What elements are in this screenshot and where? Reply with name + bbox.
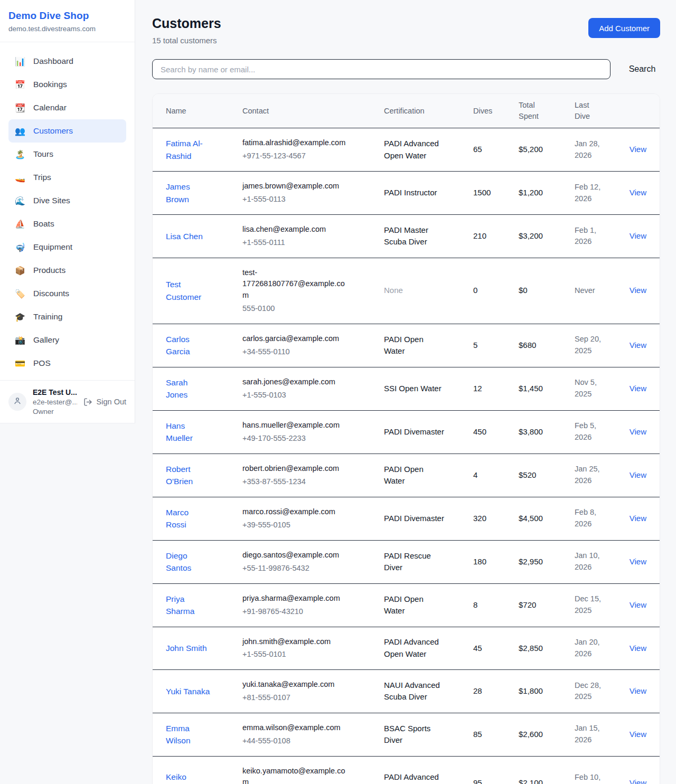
main-content: Customers 15 total customers Add Custome… — [135, 0, 676, 784]
customer-last-dive: Nov 5, 2025 — [561, 367, 612, 410]
customer-email: john.smith@example.com — [242, 636, 350, 648]
table-row: Yuki Tanaka yuki.tanaka@example.com +81-… — [153, 670, 660, 713]
nav-icon: 🤿 — [15, 242, 25, 252]
customer-last-dive: Jan 28, 2026 — [561, 128, 612, 172]
customer-certification: None — [371, 258, 460, 324]
customer-total-spent: $4,500 — [505, 497, 561, 540]
search-input[interactable] — [152, 59, 611, 79]
table-row: Test Customer test-1772681807767@example… — [153, 258, 660, 324]
customer-name-link[interactable]: Marco Rossi — [166, 508, 189, 530]
customer-total-spent: $2,950 — [505, 540, 561, 583]
customer-certification: PADI Divemaster — [371, 497, 460, 540]
sidebar-item-pos[interactable]: 💳 POS — [8, 352, 126, 375]
customer-phone: +1-555-0113 — [242, 194, 350, 205]
sidebar-item-products[interactable]: 📦 Products — [8, 259, 126, 282]
customer-dives: 5 — [460, 324, 505, 367]
customer-certification: SSI Open Water — [371, 367, 460, 410]
sidebar-item-label: Dashboard — [33, 56, 73, 66]
sidebar-item-equipment[interactable]: 🤿 Equipment — [8, 235, 126, 259]
customer-name-link[interactable]: Yuki Tanaka — [166, 687, 210, 696]
customer-phone: +49-170-555-2233 — [242, 433, 350, 445]
sidebar-item-trips[interactable]: 🚤 Trips — [8, 166, 126, 189]
customer-name-link[interactable]: Keiko Yamamoto — [166, 772, 205, 784]
customer-last-dive: Sep 20, 2025 — [561, 324, 612, 367]
customer-name-link[interactable]: Hans Mueller — [166, 421, 193, 443]
page-title: Customers — [152, 16, 221, 31]
customer-name-link[interactable]: Diego Santos — [166, 551, 191, 573]
view-link[interactable]: View — [630, 686, 646, 695]
search-button[interactable]: Search — [624, 64, 660, 74]
customer-last-dive: Dec 15, 2025 — [561, 583, 612, 627]
sidebar-item-dive-sites[interactable]: 🌊 Dive Sites — [8, 189, 126, 212]
nav-icon: 🚤 — [15, 173, 25, 183]
sign-out-button[interactable]: Sign Out — [83, 398, 126, 407]
customer-name-link[interactable]: James Brown — [166, 182, 190, 204]
customer-email: marco.rossi@example.com — [242, 506, 350, 518]
customer-name-link[interactable]: Lisa Chen — [166, 232, 203, 241]
customer-total-spent: $1,800 — [505, 670, 561, 713]
customer-dives: 210 — [460, 215, 505, 258]
sidebar-item-gallery[interactable]: 📸 Gallery — [8, 328, 126, 352]
view-link[interactable]: View — [630, 341, 646, 350]
customer-name-link[interactable]: John Smith — [166, 644, 207, 653]
customer-phone: +1-555-0103 — [242, 390, 350, 401]
customer-name-link[interactable]: Emma Wilson — [166, 724, 191, 745]
user-email: e2e-tester@... — [33, 398, 77, 406]
sidebar-item-label: Training — [33, 312, 62, 322]
user-name: E2E Test U... — [33, 388, 77, 396]
view-link[interactable]: View — [630, 514, 646, 523]
customer-name-link[interactable]: Carlos Garcia — [166, 335, 190, 356]
customer-name-link[interactable]: Fatima Al-Rashid — [166, 139, 203, 160]
sidebar-item-label: Gallery — [33, 335, 59, 345]
view-link[interactable]: View — [630, 557, 646, 566]
sidebar-item-label: Calendar — [33, 103, 67, 112]
user-icon — [13, 396, 22, 408]
customer-phone: +353-87-555-1234 — [242, 476, 350, 488]
view-link[interactable]: View — [630, 188, 646, 197]
view-link[interactable]: View — [630, 231, 646, 240]
customer-dives: 85 — [460, 713, 505, 756]
customer-certification: BSAC Sports Diver — [371, 713, 460, 756]
customer-email: robert.obrien@example.com — [242, 463, 350, 475]
customer-total-spent: $720 — [505, 583, 561, 627]
table-row: Marco Rossi marco.rossi@example.com +39-… — [153, 497, 660, 540]
sidebar-item-dashboard[interactable]: 📊 Dashboard — [8, 50, 126, 73]
view-link[interactable]: View — [630, 644, 646, 653]
customer-total-spent: $520 — [505, 454, 561, 497]
add-customer-button[interactable]: Add Customer — [588, 18, 660, 38]
customer-dives: 320 — [460, 497, 505, 540]
table-header: Name Contact Certification Dives Total S… — [153, 94, 660, 128]
customer-last-dive: Jan 25, 2026 — [561, 454, 612, 497]
view-link[interactable]: View — [630, 470, 646, 479]
view-link[interactable]: View — [630, 384, 646, 393]
customer-name-link[interactable]: Priya Sharma — [166, 594, 194, 616]
sidebar-item-customers[interactable]: 👥 Customers — [8, 119, 126, 143]
col-header-name: Name — [153, 94, 229, 128]
customer-certification: PADI Divemaster — [371, 410, 460, 454]
customer-name-link[interactable]: Test Customer — [166, 280, 201, 301]
sidebar-item-calendar[interactable]: 📆 Calendar — [8, 96, 126, 119]
nav-icon: 🎓 — [15, 312, 25, 322]
view-link[interactable]: View — [630, 145, 646, 154]
view-link[interactable]: View — [630, 778, 646, 784]
user-section: E2E Test U... e2e-tester@... Owner Sign … — [0, 380, 135, 423]
customer-name-link[interactable]: Robert O'Brien — [166, 465, 193, 486]
sidebar-item-boats[interactable]: ⛵ Boats — [8, 212, 126, 235]
view-link[interactable]: View — [630, 730, 646, 739]
sidebar-item-training[interactable]: 🎓 Training — [8, 305, 126, 328]
table-row: Priya Sharma priya.sharma@example.com +9… — [153, 583, 660, 627]
col-header-contact: Contact — [229, 94, 371, 128]
view-link[interactable]: View — [630, 600, 646, 609]
nav-icon: 📆 — [15, 103, 25, 113]
view-link[interactable]: View — [630, 427, 646, 436]
sidebar-item-tours[interactable]: 🏝️ Tours — [8, 143, 126, 166]
sidebar-item-discounts[interactable]: 🏷️ Discounts — [8, 282, 126, 305]
view-link[interactable]: View — [630, 286, 646, 295]
sidebar-item-bookings[interactable]: 📅 Bookings — [8, 73, 126, 96]
customer-name-link[interactable]: Sarah Jones — [166, 378, 187, 400]
customer-phone: +55-11-99876-5432 — [242, 563, 350, 574]
customer-total-spent: $0 — [505, 258, 561, 324]
avatar — [8, 393, 26, 411]
customer-total-spent: $680 — [505, 324, 561, 367]
customer-email: emma.wilson@example.com — [242, 722, 350, 734]
